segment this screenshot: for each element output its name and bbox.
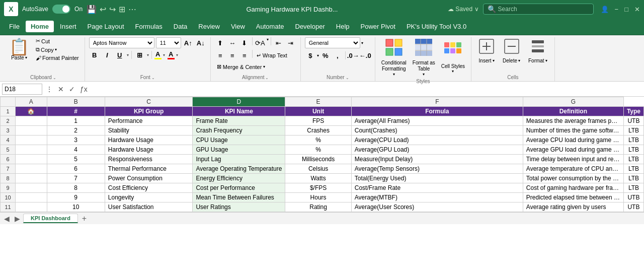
- format-arrow[interactable]: ▾: [545, 58, 547, 63]
- menu-view[interactable]: View: [226, 21, 250, 32]
- cell-styles-arrow[interactable]: ▾: [452, 69, 454, 74]
- menu-insert[interactable]: Insert: [55, 21, 82, 32]
- menu-power-pivot[interactable]: Power Pivot: [356, 21, 400, 32]
- comma-button[interactable]: ,: [332, 50, 343, 61]
- conditional-formatting-button[interactable]: ConditionalFormatting ▾: [379, 37, 409, 78]
- cell-f1[interactable]: Formula: [351, 107, 523, 116]
- cell-c10[interactable]: Longevity: [105, 193, 193, 202]
- cell-h9[interactable]: LTB: [623, 183, 643, 193]
- cell-b6[interactable]: 5: [47, 155, 105, 164]
- cell-g8[interactable]: Total power consumption by the gaming ha…: [523, 174, 623, 183]
- row-number[interactable]: 6: [1, 155, 16, 164]
- cell-c4[interactable]: Hardware Usage: [105, 136, 193, 145]
- row-number[interactable]: 8: [1, 174, 16, 183]
- restore-icon[interactable]: □: [624, 6, 628, 13]
- close-icon[interactable]: ✕: [634, 6, 640, 13]
- cell-c7[interactable]: Thermal Performance: [105, 164, 193, 174]
- format-painter-button[interactable]: 🖌 Format Painter: [34, 54, 80, 61]
- minimize-icon[interactable]: −: [615, 6, 619, 13]
- cell-g5[interactable]: Average GPU load during game play: [523, 145, 623, 155]
- number-expand-icon[interactable]: ⌄: [346, 76, 349, 80]
- cell-f11[interactable]: Average(User Scores): [351, 202, 523, 212]
- cell-e10[interactable]: Hours: [285, 193, 351, 202]
- cell-d2[interactable]: Frame Rate: [193, 116, 285, 126]
- cell-b11[interactable]: 10: [47, 202, 105, 212]
- cell-a10[interactable]: [16, 193, 47, 202]
- cut-button[interactable]: ✂ Cut: [34, 37, 80, 45]
- cell-h5[interactable]: LTB: [623, 145, 643, 155]
- merge-arrow[interactable]: ▾: [263, 64, 265, 69]
- nav-left-icon[interactable]: ◀: [2, 215, 12, 223]
- cell-h10[interactable]: UTB: [623, 193, 643, 202]
- cell-e9[interactable]: $/FPS: [285, 183, 351, 193]
- increase-decimal-button[interactable]: .0→: [348, 50, 359, 61]
- number-format-select[interactable]: General: [305, 37, 360, 48]
- font-color-button[interactable]: A: [168, 50, 175, 59]
- row-number[interactable]: 11: [1, 202, 16, 212]
- increase-indent-button[interactable]: ⇥: [285, 37, 296, 48]
- menu-help[interactable]: Help: [331, 21, 355, 32]
- cell-a6[interactable]: [16, 155, 47, 164]
- cell-a11[interactable]: [16, 202, 47, 212]
- row-number[interactable]: 7: [1, 164, 16, 174]
- col-header-g[interactable]: G: [523, 97, 623, 107]
- more-icon[interactable]: ⋯: [128, 5, 136, 14]
- undo-icon[interactable]: ↩: [100, 5, 106, 14]
- border-button[interactable]: ⊞: [134, 49, 145, 60]
- col-header-f[interactable]: F: [351, 97, 523, 107]
- menu-page-layout[interactable]: Page Layout: [83, 21, 129, 32]
- autosave-toggle[interactable]: [52, 5, 70, 14]
- cell-a3[interactable]: [16, 126, 47, 136]
- cell-c3[interactable]: Stability: [105, 126, 193, 136]
- cell-h4[interactable]: LTB: [623, 136, 643, 145]
- cell-e5[interactable]: %: [285, 145, 351, 155]
- menu-automate[interactable]: Automate: [251, 21, 289, 32]
- cell-f10[interactable]: Average(MTBF): [351, 193, 523, 202]
- cell-a5[interactable]: [16, 145, 47, 155]
- cell-h2[interactable]: UTB: [623, 116, 643, 126]
- cell-g11[interactable]: Average rating given by users: [523, 202, 623, 212]
- redo-icon[interactable]: ↪: [109, 5, 116, 14]
- col-header-d[interactable]: D: [193, 97, 285, 107]
- cell-c8[interactable]: Power Consumption: [105, 174, 193, 183]
- col-header-e[interactable]: E: [285, 97, 351, 107]
- corner-cell[interactable]: [1, 97, 16, 107]
- cell-b9[interactable]: 8: [47, 183, 105, 193]
- cell-d7[interactable]: Average Operating Temperature: [193, 164, 285, 174]
- number-format-arrow[interactable]: ▾: [361, 41, 363, 45]
- cell-g1[interactable]: Definition: [523, 107, 623, 116]
- formula-input[interactable]: [91, 86, 642, 93]
- format-as-table-button[interactable]: Format asTable ▾: [411, 37, 437, 78]
- border-arrow[interactable]: ▾: [147, 53, 149, 57]
- cell-d6[interactable]: Input Lag: [193, 155, 285, 164]
- cell-c11[interactable]: User Satisfaction: [105, 202, 193, 212]
- font-color-arrow[interactable]: ▾: [176, 53, 178, 57]
- row-number[interactable]: 3: [1, 126, 16, 136]
- add-sheet-button[interactable]: +: [79, 214, 90, 223]
- cell-a7[interactable]: [16, 164, 47, 174]
- cell-e1[interactable]: Unit: [285, 107, 351, 116]
- currency-arrow[interactable]: ▾: [317, 53, 319, 58]
- cell-f5[interactable]: Average(GPU Load): [351, 145, 523, 155]
- cancel-icon[interactable]: ✕: [56, 85, 65, 93]
- fill-color-arrow[interactable]: ▾: [163, 53, 165, 57]
- menu-review[interactable]: Review: [193, 21, 225, 32]
- bold-button[interactable]: B: [89, 49, 100, 60]
- row-number[interactable]: 1: [1, 107, 16, 116]
- sheet-tab-kpi[interactable]: KPI Dashboard: [23, 214, 78, 223]
- cell-f3[interactable]: Count(Crashes): [351, 126, 523, 136]
- format-as-table-arrow[interactable]: ▾: [423, 72, 425, 77]
- text-orient-arrow[interactable]: ▾: [267, 37, 269, 48]
- decrease-indent-button[interactable]: ⇤: [273, 37, 284, 48]
- cell-e4[interactable]: %: [285, 136, 351, 145]
- cell-f6[interactable]: Measure(Input Delay): [351, 155, 523, 164]
- merge-center-button[interactable]: ⊠ Merge & Center ▾: [215, 62, 268, 71]
- menu-file[interactable]: File: [4, 21, 25, 32]
- cell-a8[interactable]: [16, 174, 47, 183]
- cell-d3[interactable]: Crash Frequency: [193, 126, 285, 136]
- cell-a9[interactable]: [16, 183, 47, 193]
- increase-font-button[interactable]: A↑: [183, 37, 194, 48]
- menu-developer[interactable]: Developer: [290, 21, 330, 32]
- cell-d8[interactable]: Energy Efficiency: [193, 174, 285, 183]
- cell-c6[interactable]: Responsiveness: [105, 155, 193, 164]
